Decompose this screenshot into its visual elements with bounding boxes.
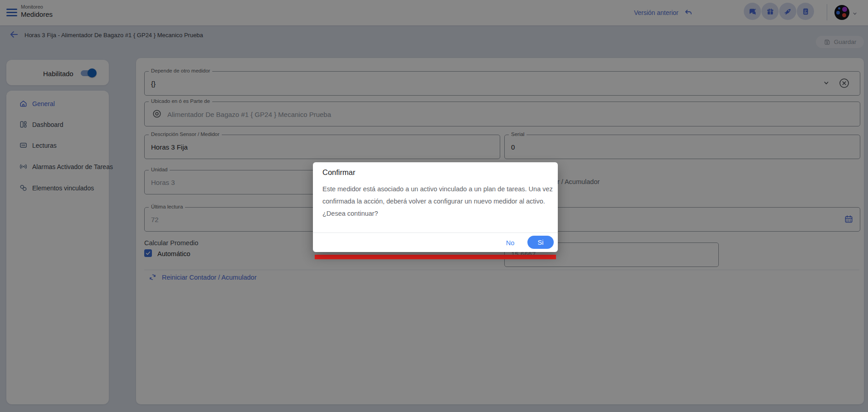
dialog-divider — [313, 233, 558, 233]
dialog-title: Confirmar — [322, 168, 355, 177]
alert-red-bar — [315, 255, 556, 259]
meter-settings-page: Monitoreo Medidores Versión anterior — [0, 0, 868, 412]
dialog-no-button[interactable]: No — [500, 237, 521, 249]
dialog-yes-button[interactable]: Si — [527, 236, 554, 249]
confirm-dialog: Confirmar Este medidor está asociado a u… — [313, 162, 558, 252]
dialog-body: Este medidor está asociado a un activo v… — [322, 183, 553, 220]
